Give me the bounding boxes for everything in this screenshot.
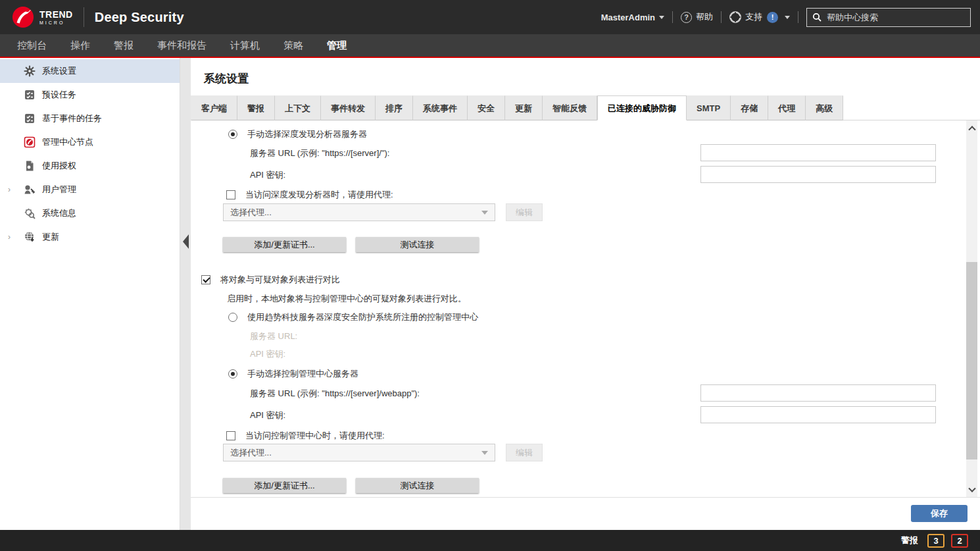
scrollbar-thumb[interactable] <box>966 262 977 459</box>
manual-analyzer-radio[interactable] <box>228 130 237 139</box>
tab-alerts[interactable]: 警报 <box>237 95 275 120</box>
analyzer-section: 手动选择深度发现分析器服务器 服务器 URL (示例: "https://[se… <box>223 128 980 252</box>
analyzer-proxy-select-value: 选择代理... <box>230 207 272 219</box>
analyzer-add-certificate-button[interactable]: 添加/更新证书... <box>223 237 346 252</box>
main-navigation: 控制台 操作 警报 事件和报告 计算机 策略 管理 <box>0 34 980 58</box>
chevron-down-icon <box>785 16 790 19</box>
sidebar-item-user-management[interactable]: › 用户管理 <box>0 178 180 201</box>
scroll-down-icon[interactable] <box>966 485 977 496</box>
registered-manager-radio[interactable] <box>228 313 237 322</box>
analyzer-proxy-checkbox[interactable] <box>226 190 235 199</box>
nav-item-policies[interactable]: 策略 <box>272 34 315 57</box>
nav-item-dashboard[interactable]: 控制台 <box>5 34 59 57</box>
scroll-up-icon[interactable] <box>966 122 977 133</box>
sidebar-item-scheduled-tasks[interactable]: 预设任务 <box>0 83 180 107</box>
chevron-down-icon <box>659 16 664 19</box>
cm-server-url-label: 服务器 URL (示例: "https://[server]/webapp"): <box>250 388 420 400</box>
cm-api-key-label-disabled: API 密钥: <box>250 348 285 360</box>
brand-trend: TREND <box>39 10 73 19</box>
deep-security-app: TREND MICRO Deep Security MasterAdmin 帮助 <box>0 0 980 551</box>
warning-alerts-badge[interactable]: 3 <box>927 534 944 548</box>
nav-item-actions[interactable]: 操作 <box>59 34 102 57</box>
sidebar-item-label: 系统设置 <box>42 65 76 77</box>
compare-objects-label: 将对象与可疑对象列表进行对比 <box>220 274 340 286</box>
tab-system-events[interactable]: 系统事件 <box>413 95 468 120</box>
cm-add-certificate-button[interactable]: 添加/更新证书... <box>223 478 346 493</box>
expand-chevron-icon[interactable]: › <box>8 232 11 242</box>
cm-api-key-label: API 密钥: <box>250 409 285 421</box>
cm-edit-proxy-button[interactable]: 编辑 <box>506 444 543 461</box>
manual-manager-radio[interactable] <box>228 369 237 379</box>
admin-sidebar: 系统设置 预设任务 基于事件的任务 <box>0 58 180 530</box>
analyzer-test-connection-button[interactable]: 测试连接 <box>356 237 479 252</box>
sidebar-item-updates[interactable]: › 更新 <box>0 225 180 249</box>
page-title: 系统设置 <box>191 58 980 95</box>
tab-smart-feedback[interactable]: 智能反馈 <box>543 95 597 120</box>
top-header: TREND MICRO Deep Security MasterAdmin 帮助 <box>0 0 980 34</box>
nav-item-events-reports[interactable]: 事件和报告 <box>145 34 218 57</box>
analyzer-api-key-input[interactable] <box>700 166 936 183</box>
user-menu[interactable]: MasterAdmin <box>601 13 664 22</box>
brand-micro: MICRO <box>39 20 73 25</box>
tab-smtp[interactable]: SMTP <box>687 95 731 120</box>
gear-icon <box>24 65 36 77</box>
product-title: Deep Security <box>95 10 184 25</box>
tab-advanced[interactable]: 高级 <box>806 95 843 120</box>
tab-event-forwarding[interactable]: 事件转发 <box>321 95 376 120</box>
cm-proxy-label: 当访问控制管理中心时，请使用代理: <box>245 430 385 442</box>
cm-proxy-checkbox[interactable] <box>226 431 235 440</box>
chevron-down-icon <box>481 451 488 455</box>
analyzer-proxy-select[interactable]: 选择代理... <box>223 203 495 221</box>
analyzer-proxy-label: 当访问深度发现分析器时，请使用代理: <box>245 189 393 201</box>
cm-server-url-label-disabled: 服务器 URL: <box>250 330 297 342</box>
vertical-scrollbar[interactable] <box>966 120 977 497</box>
sidebar-item-manager-nodes[interactable]: 管理中心节点 <box>0 130 180 154</box>
expand-chevron-icon[interactable]: › <box>8 185 11 194</box>
user-management-icon <box>24 184 36 196</box>
sidebar-item-label: 管理中心节点 <box>42 136 93 148</box>
help-search-box <box>806 8 971 27</box>
sidebar-item-system-settings[interactable]: 系统设置 <box>0 59 180 83</box>
support-menu[interactable]: 支持 <box>729 11 790 23</box>
collapse-sidebar-icon[interactable] <box>183 234 189 249</box>
search-icon <box>812 13 821 22</box>
sidebar-item-system-information[interactable]: 系统信息 <box>0 201 180 225</box>
tab-connected-threat-defense[interactable]: 已连接的威胁防御 <box>597 95 687 120</box>
tab-security[interactable]: 安全 <box>468 95 505 120</box>
analyzer-api-key-label: API 密钥: <box>250 169 285 181</box>
sidebar-item-label: 使用授权 <box>42 160 76 172</box>
nav-item-alerts[interactable]: 警报 <box>102 34 145 57</box>
save-button[interactable]: 保存 <box>911 505 968 522</box>
tab-agents[interactable]: 客户端 <box>191 95 237 120</box>
cm-api-key-input[interactable] <box>700 406 936 423</box>
tab-contexts[interactable]: 上下文 <box>275 95 321 120</box>
cm-test-connection-button[interactable]: 测试连接 <box>356 478 479 493</box>
license-icon <box>24 160 36 172</box>
sidebar-item-licenses[interactable]: 使用授权 <box>0 154 180 178</box>
tab-updates[interactable]: 更新 <box>505 95 543 120</box>
cm-server-url-input[interactable] <box>700 384 936 402</box>
tab-ranking[interactable]: 排序 <box>376 95 413 120</box>
critical-alerts-badge[interactable]: 2 <box>951 534 968 548</box>
sidebar-splitter[interactable] <box>180 58 191 530</box>
settings-tabs: 客户端 警报 上下文 事件转发 排序 系统事件 安全 更新 智能反馈 已连接的威… <box>191 95 980 120</box>
manager-nodes-icon <box>24 136 36 148</box>
cm-proxy-select[interactable]: 选择代理... <box>223 444 495 461</box>
sidebar-item-label: 更新 <box>42 231 59 243</box>
compare-objects-checkbox[interactable] <box>201 275 210 284</box>
help-search-input[interactable] <box>827 13 965 22</box>
brand-wordmark: TREND MICRO <box>39 10 73 25</box>
nav-item-computers[interactable]: 计算机 <box>218 34 272 57</box>
tab-storage[interactable]: 存储 <box>731 95 768 120</box>
sidebar-item-event-based-tasks[interactable]: 基于事件的任务 <box>0 107 180 130</box>
tab-strip-filler <box>843 95 980 120</box>
nav-item-administration[interactable]: 管理 <box>315 34 358 57</box>
tab-proxies[interactable]: 代理 <box>768 95 806 120</box>
help-menu[interactable]: 帮助 <box>681 11 713 23</box>
divider <box>798 11 798 23</box>
analyzer-server-url-input[interactable] <box>700 144 936 161</box>
divider <box>721 11 722 23</box>
event-based-tasks-icon <box>24 113 36 124</box>
analyzer-edit-proxy-button[interactable]: 编辑 <box>506 203 543 221</box>
sidebar-item-label: 用户管理 <box>42 184 76 196</box>
